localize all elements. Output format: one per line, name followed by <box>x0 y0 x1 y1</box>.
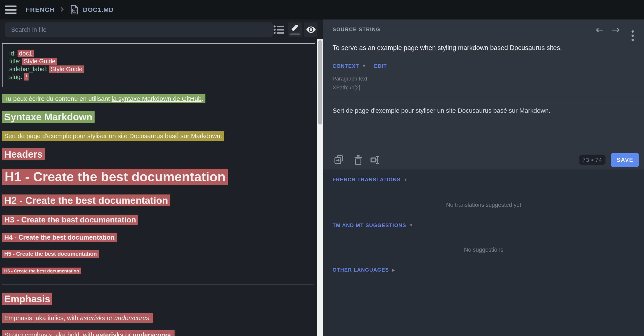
doc-string[interactable]: H1 - Create the best documentation <box>2 169 228 185</box>
menu-icon[interactable] <box>5 6 16 14</box>
text-segment: . <box>171 331 172 336</box>
editor-panel: id: doc1title: Style Guidesidebar_label:… <box>0 20 317 336</box>
edit-mode-icon[interactable] <box>288 23 302 37</box>
frontmatter-value[interactable]: / <box>24 73 28 81</box>
frontmatter-key: title: <box>9 58 22 65</box>
tm-section-toggle[interactable]: TM AND MT SUGGESTIONS <box>332 222 406 228</box>
frontmatter-line: slug: / <box>9 73 308 81</box>
doc-string[interactable]: H3 - Create the best documentation <box>2 215 138 225</box>
text-segment: or <box>124 331 133 336</box>
previous-string-icon[interactable]: ← <box>594 24 606 36</box>
next-string-icon[interactable]: → <box>610 24 622 36</box>
section-divider <box>323 102 644 102</box>
text-segment: Headers <box>4 149 43 160</box>
more-options-icon[interactable] <box>626 24 639 36</box>
document-preview: id: doc1title: Style Guidesidebar_label:… <box>2 43 315 336</box>
text-segment: H1 - Create the best documentation <box>5 169 226 184</box>
translations-empty-message: No translations suggested yet <box>323 202 644 208</box>
text-segment: H6 - Create the best documentation <box>4 268 79 273</box>
frontmatter-value[interactable]: doc1 <box>18 50 34 57</box>
text-segment: Emphasis <box>4 293 50 304</box>
text-segment: H2 - Create the best documentation <box>4 195 168 206</box>
frontmatter-block: id: doc1title: Style Guidesidebar_label:… <box>2 43 315 87</box>
document-body: Tu peux écrire du contenu en utilisant l… <box>2 94 315 336</box>
text-segment: Strong emphasis, aka bold, with <box>4 331 96 336</box>
text-segment: . <box>202 95 203 102</box>
text-segment: . <box>149 314 151 321</box>
delete-translation-icon[interactable] <box>352 154 364 166</box>
special-characters-icon[interactable] <box>370 154 381 166</box>
frontmatter-key: slug: <box>9 74 24 80</box>
chevron-down-icon: ▼ <box>409 223 413 228</box>
doc-string-selected[interactable]: Sert de page d'exemple pour styliser un … <box>2 131 224 141</box>
frontmatter-key: id: <box>9 50 18 57</box>
doc-string[interactable]: H6 - Create the best documentation <box>2 268 81 274</box>
frontmatter-line: id: doc1 <box>9 50 308 57</box>
context-line: XPath: /p[2] <box>332 83 367 92</box>
doc-string[interactable]: Strong emphasis, aka bold, with asterisk… <box>2 330 174 336</box>
chevron-down-icon: ▼ <box>404 177 408 182</box>
topbar: FRENCH M↓ DOC1.MD <box>0 0 644 20</box>
text-segment: H4 - Create the best documentation <box>4 234 115 241</box>
text-segment: underscores <box>133 331 171 336</box>
active-indicator <box>290 34 300 35</box>
frontmatter-line: title: Style Guide <box>9 57 308 65</box>
inline-link[interactable]: la syntaxe Markdown de GitHub <box>112 95 202 102</box>
doc-string[interactable]: H2 - Create the best documentation <box>2 195 170 206</box>
doc-string[interactable]: Tu peux écrire du contenu en utilisant l… <box>2 94 206 103</box>
text-segment: H3 - Create the best documentation <box>4 216 136 224</box>
breadcrumb-project[interactable]: FRENCH <box>26 6 55 13</box>
search-input[interactable] <box>5 23 273 37</box>
source-string-label: SOURCE STRING <box>332 27 380 32</box>
context-info: Paragraph text XPath: /p[2] <box>332 74 367 92</box>
frontmatter-line: sidebar_label: Style Guide <box>9 65 308 73</box>
doc-string[interactable]: Syntaxe Markdown <box>2 111 94 123</box>
text-segment: Emphasis, aka italics, with <box>4 314 80 321</box>
horizontal-rule <box>2 284 314 285</box>
text-segment: Syntaxe Markdown <box>4 111 92 122</box>
text-segment: Sert de page d'exemple pour styliser un … <box>4 132 222 139</box>
text-segment: Tu peux écrire du contenu en utilisant <box>4 95 112 102</box>
context-line: Paragraph text <box>332 74 367 83</box>
edit-context-button[interactable]: EDIT <box>374 63 387 69</box>
other-languages-toggle[interactable]: OTHER LANGUAGES <box>332 267 389 273</box>
doc-string[interactable]: Headers <box>2 148 45 160</box>
svg-text:M↓: M↓ <box>73 9 76 12</box>
doc-string[interactable]: H5 - Create the best documentation <box>2 250 99 258</box>
frontmatter-value[interactable]: Style Guide <box>22 58 57 65</box>
translation-panel: SOURCE STRING ← → To serve as an example… <box>323 20 644 336</box>
translations-section-toggle[interactable]: FRENCH TRANSLATIONS <box>332 177 400 183</box>
scrollbar-thumb[interactable] <box>318 40 322 125</box>
text-segment: asterisks <box>80 314 105 321</box>
doc-string[interactable]: Emphasis <box>2 293 52 305</box>
breadcrumb-file[interactable]: DOC1.MD <box>83 6 114 13</box>
frontmatter-value[interactable]: Style Guide <box>49 65 84 73</box>
text-segment: H5 - Create the best documentation <box>4 251 97 257</box>
source-string-text: To serve as an example page when styling… <box>332 44 629 52</box>
chevron-right-icon: ▶ <box>392 268 395 272</box>
copy-source-icon[interactable] <box>334 154 345 166</box>
context-toggle[interactable]: CONTEXT <box>332 63 359 69</box>
doc-string[interactable]: Emphasis, aka italics, with asterisks or… <box>2 313 153 323</box>
text-segment: or <box>105 314 114 321</box>
chevron-down-icon: ▼ <box>362 64 366 68</box>
text-segment: asterisks <box>96 331 124 336</box>
scrollbar-track[interactable] <box>317 39 323 336</box>
doc-string[interactable]: H4 - Create the best documentation <box>2 233 117 242</box>
strings-list-icon[interactable] <box>272 23 286 37</box>
save-button[interactable]: SAVE <box>611 153 639 167</box>
preview-eye-icon[interactable] <box>304 23 317 37</box>
character-counter: 73 • 74 <box>579 155 606 165</box>
chevron-right-icon <box>59 7 64 12</box>
tm-empty-message: No suggestions <box>323 247 644 253</box>
text-segment: underscores <box>114 314 149 321</box>
frontmatter-key: sidebar_label: <box>9 66 49 72</box>
translation-input[interactable] <box>332 106 635 149</box>
markdown-file-icon: M↓ <box>71 5 78 15</box>
